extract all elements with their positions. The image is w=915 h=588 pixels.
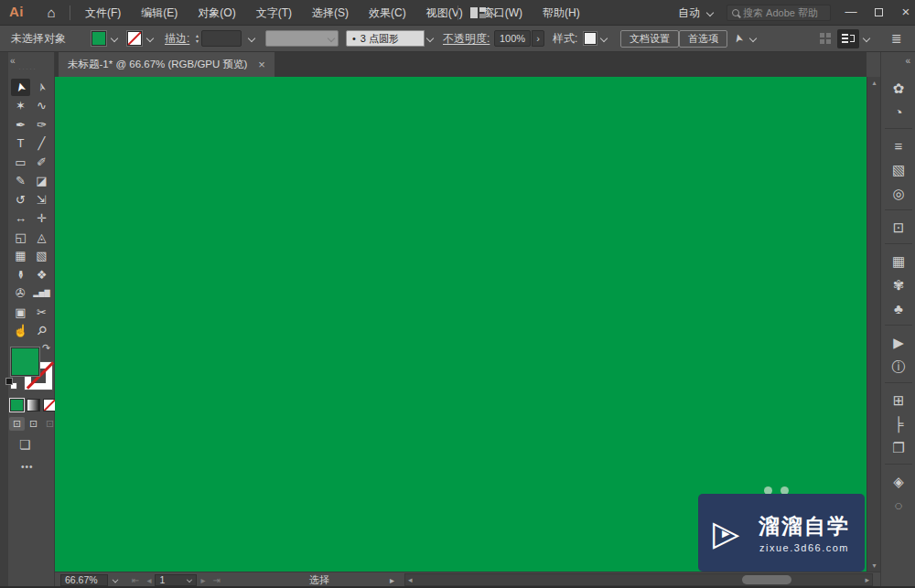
scroll-right-icon[interactable]: ▸ (865, 575, 869, 584)
opacity-expand-button[interactable]: › (532, 30, 544, 47)
gradient-panel-button[interactable]: ▧ (881, 157, 915, 181)
chevron-down-icon[interactable] (111, 35, 118, 42)
pen-tool[interactable]: ✒ (11, 116, 30, 134)
color-panel-button[interactable]: ✿ (881, 76, 915, 100)
artboard-tool[interactable]: ▣ (11, 304, 30, 321)
zoom-level-field[interactable]: 66.67% (60, 574, 108, 586)
stroke-weight-label[interactable]: 描边: (165, 31, 189, 47)
stroke-weight-field[interactable] (201, 30, 242, 47)
shape-builder-tool[interactable]: ◱ (11, 229, 30, 246)
align-panel-button[interactable]: ╞ (881, 412, 915, 435)
artboard-navigation-field[interactable]: 1 (155, 574, 197, 586)
layers-panel-button[interactable]: ◈ (881, 469, 915, 493)
minimize-button[interactable]: — (838, 0, 864, 26)
menu-select[interactable]: 选择(S) (302, 0, 359, 26)
pathfinder-panel-button[interactable]: ❐ (881, 435, 915, 459)
style-swatch[interactable] (584, 32, 597, 45)
direct-selection-tool[interactable]: ➢ (32, 79, 51, 96)
blend-tool[interactable]: ❖ (32, 266, 51, 283)
stroke-color-swatch[interactable] (127, 31, 142, 46)
type-tool[interactable]: T (11, 134, 30, 152)
hand-tool[interactable]: ☝ (11, 322, 30, 339)
menu-effect[interactable]: 效果(C) (359, 0, 416, 26)
brush-definition-dropdown[interactable]: • 3 点圆形 (346, 30, 425, 47)
opacity-label[interactable]: 不透明度: (443, 31, 490, 47)
zoom-tool[interactable]: ⚲ (32, 322, 51, 339)
symbol-sprayer-tool[interactable]: ✇ (11, 284, 30, 302)
tab-close-icon[interactable]: × (258, 59, 265, 70)
first-artboard-icon[interactable]: ⇤ (128, 575, 143, 585)
curvature-tool[interactable]: ✑ (32, 116, 51, 134)
shaper-tool[interactable]: ✎ (11, 172, 30, 189)
fill-color-swatch[interactable] (92, 31, 106, 46)
swap-fill-stroke-icon[interactable]: ↷ (42, 342, 50, 354)
draw-behind-button[interactable]: ⊡ (26, 417, 41, 431)
chevron-down-icon[interactable] (187, 577, 192, 583)
drag-grip[interactable]: ····· (18, 64, 37, 73)
screen-mode-icon[interactable]: ❏ (19, 437, 31, 452)
chevron-down-icon[interactable] (600, 35, 608, 42)
scrollbar-thumb[interactable] (742, 575, 791, 584)
menu-edit[interactable]: 编辑(E) (131, 0, 188, 26)
menu-file[interactable]: 文件(F) (75, 0, 131, 26)
select-similar-icon[interactable]: ➤ (732, 33, 745, 45)
color-mode-fill-button[interactable] (10, 399, 24, 412)
vertical-scrollbar[interactable]: ▴ ▾ (867, 77, 880, 572)
color-guide-panel-button[interactable]: ◔ (881, 100, 915, 123)
panel-menu-icon[interactable]: ≣ (891, 31, 902, 46)
menu-type[interactable]: 文字(T) (246, 0, 302, 26)
search-box[interactable]: 搜索 Adobe 帮助 (727, 5, 831, 21)
scroll-left-icon[interactable]: ◂ (408, 575, 413, 584)
opacity-field[interactable]: 100% (494, 30, 531, 47)
artboard-canvas[interactable]: ▷ ▶ 溜溜自学 zixue.3d66.com (55, 77, 867, 572)
transform-panel-button[interactable]: ⊞ (881, 388, 915, 412)
status-expand-icon[interactable]: ▸ (386, 575, 398, 585)
stroke-panel-button[interactable]: ≡ (881, 134, 915, 157)
preferences-button[interactable]: 首选项 (679, 30, 727, 48)
chevron-down-icon[interactable] (706, 9, 714, 16)
scroll-down-icon[interactable]: ▾ (867, 561, 881, 570)
gpu-auto-dropdown[interactable]: 自动 (678, 0, 700, 26)
last-artboard-icon[interactable]: ⇥ (209, 575, 223, 585)
scroll-up-icon[interactable]: ▴ (867, 79, 881, 87)
document-setup-button[interactable]: 文档设置 (620, 30, 679, 48)
menu-help[interactable]: 帮助(H) (533, 0, 590, 26)
chevron-down-icon[interactable] (248, 35, 255, 42)
swatches-panel-button[interactable]: ▦ (881, 249, 915, 273)
stroke-weight-stepper[interactable]: ▴ ▾ (196, 34, 199, 43)
eraser-tool[interactable]: ◪ (32, 172, 51, 189)
lasso-tool[interactable]: ∿ (32, 97, 51, 114)
chevron-down-icon[interactable] (749, 35, 757, 42)
menu-view[interactable]: 视图(V) (416, 0, 473, 26)
column-graph-tool[interactable]: ▂▅▇ (32, 284, 51, 302)
perspective-grid-tool[interactable]: ◬ (32, 229, 51, 246)
line-segment-tool[interactable]: ╱ (32, 134, 51, 152)
next-artboard-icon[interactable]: ▸ (197, 575, 209, 585)
document-tab[interactable]: 未标题-1* @ 66.67% (RGB/GPU 预览) × (59, 52, 274, 77)
rectangle-tool[interactable]: ▭ (11, 154, 30, 171)
gradient-tool[interactable]: ▧ (32, 247, 51, 264)
workspace-switcher-button[interactable] (837, 29, 859, 48)
expand-panels-icon[interactable]: « (905, 56, 910, 66)
chevron-down-icon[interactable] (146, 35, 154, 42)
fill-indicator[interactable] (11, 347, 39, 376)
paintbrush-tool[interactable]: ✐ (32, 154, 51, 171)
document-layout-icon[interactable] (470, 7, 486, 18)
previous-artboard-icon[interactable]: ◂ (143, 575, 155, 585)
maximize-button[interactable] (866, 0, 891, 26)
width-tool[interactable]: ↔ (11, 209, 30, 227)
puppet-warp-tool[interactable]: ✛ (32, 209, 51, 227)
edit-toolbar-button[interactable]: ••• (21, 462, 34, 472)
step-down-icon[interactable]: ▾ (196, 39, 199, 43)
menu-object[interactable]: 对象(O) (188, 0, 245, 26)
home-button[interactable]: ⌂ (38, 0, 64, 26)
actions-panel-button[interactable]: ▶ (881, 330, 915, 354)
asset-export-panel-button[interactable]: ◌ (881, 493, 915, 517)
close-button[interactable]: × (893, 0, 915, 26)
step-up-icon[interactable]: ▴ (196, 34, 199, 37)
collapse-toolbar-icon[interactable]: « (10, 56, 15, 66)
zoom-dropdown-icon[interactable] (113, 577, 119, 583)
slice-tool[interactable]: ✂ (32, 304, 51, 321)
magic-wand-tool[interactable]: ✶ (11, 97, 30, 114)
eyedropper-tool[interactable]: ✒ (11, 266, 30, 283)
